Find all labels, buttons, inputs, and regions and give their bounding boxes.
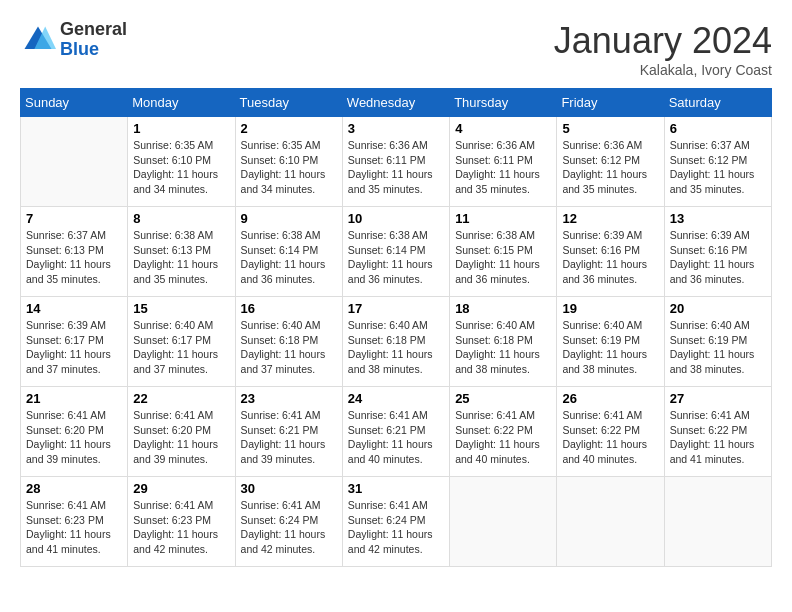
day-number: 1 [133, 121, 229, 136]
day-cell: 2Sunrise: 6:35 AM Sunset: 6:10 PM Daylig… [235, 117, 342, 207]
day-cell: 20Sunrise: 6:40 AM Sunset: 6:19 PM Dayli… [664, 297, 771, 387]
day-info: Sunrise: 6:36 AM Sunset: 6:12 PM Dayligh… [562, 138, 658, 197]
day-cell: 14Sunrise: 6:39 AM Sunset: 6:17 PM Dayli… [21, 297, 128, 387]
header-saturday: Saturday [664, 89, 771, 117]
day-cell: 17Sunrise: 6:40 AM Sunset: 6:18 PM Dayli… [342, 297, 449, 387]
day-info: Sunrise: 6:36 AM Sunset: 6:11 PM Dayligh… [455, 138, 551, 197]
day-number: 28 [26, 481, 122, 496]
day-number: 14 [26, 301, 122, 316]
day-number: 31 [348, 481, 444, 496]
day-info: Sunrise: 6:40 AM Sunset: 6:17 PM Dayligh… [133, 318, 229, 377]
month-title: January 2024 [554, 20, 772, 62]
day-number: 15 [133, 301, 229, 316]
day-number: 3 [348, 121, 444, 136]
day-cell: 19Sunrise: 6:40 AM Sunset: 6:19 PM Dayli… [557, 297, 664, 387]
day-number: 24 [348, 391, 444, 406]
day-number: 20 [670, 301, 766, 316]
day-cell: 25Sunrise: 6:41 AM Sunset: 6:22 PM Dayli… [450, 387, 557, 477]
day-cell [450, 477, 557, 567]
header-sunday: Sunday [21, 89, 128, 117]
day-cell: 22Sunrise: 6:41 AM Sunset: 6:20 PM Dayli… [128, 387, 235, 477]
day-info: Sunrise: 6:41 AM Sunset: 6:23 PM Dayligh… [133, 498, 229, 557]
calendar-header-row: SundayMondayTuesdayWednesdayThursdayFrid… [21, 89, 772, 117]
day-cell: 10Sunrise: 6:38 AM Sunset: 6:14 PM Dayli… [342, 207, 449, 297]
day-number: 2 [241, 121, 337, 136]
week-row-4: 21Sunrise: 6:41 AM Sunset: 6:20 PM Dayli… [21, 387, 772, 477]
day-number: 10 [348, 211, 444, 226]
day-number: 12 [562, 211, 658, 226]
location: Kalakala, Ivory Coast [554, 62, 772, 78]
day-info: Sunrise: 6:40 AM Sunset: 6:19 PM Dayligh… [562, 318, 658, 377]
day-cell: 12Sunrise: 6:39 AM Sunset: 6:16 PM Dayli… [557, 207, 664, 297]
day-cell: 27Sunrise: 6:41 AM Sunset: 6:22 PM Dayli… [664, 387, 771, 477]
week-row-5: 28Sunrise: 6:41 AM Sunset: 6:23 PM Dayli… [21, 477, 772, 567]
day-number: 23 [241, 391, 337, 406]
day-number: 21 [26, 391, 122, 406]
day-number: 19 [562, 301, 658, 316]
header-monday: Monday [128, 89, 235, 117]
day-cell: 7Sunrise: 6:37 AM Sunset: 6:13 PM Daylig… [21, 207, 128, 297]
day-number: 26 [562, 391, 658, 406]
day-info: Sunrise: 6:39 AM Sunset: 6:16 PM Dayligh… [670, 228, 766, 287]
day-info: Sunrise: 6:41 AM Sunset: 6:20 PM Dayligh… [26, 408, 122, 467]
day-info: Sunrise: 6:41 AM Sunset: 6:24 PM Dayligh… [241, 498, 337, 557]
day-info: Sunrise: 6:39 AM Sunset: 6:17 PM Dayligh… [26, 318, 122, 377]
day-info: Sunrise: 6:41 AM Sunset: 6:21 PM Dayligh… [241, 408, 337, 467]
page-header: General Blue January 2024 Kalakala, Ivor… [20, 20, 772, 78]
day-info: Sunrise: 6:38 AM Sunset: 6:15 PM Dayligh… [455, 228, 551, 287]
day-number: 17 [348, 301, 444, 316]
logo-blue-text: Blue [60, 40, 127, 60]
day-cell: 28Sunrise: 6:41 AM Sunset: 6:23 PM Dayli… [21, 477, 128, 567]
day-info: Sunrise: 6:40 AM Sunset: 6:19 PM Dayligh… [670, 318, 766, 377]
day-number: 9 [241, 211, 337, 226]
day-number: 7 [26, 211, 122, 226]
day-number: 13 [670, 211, 766, 226]
day-info: Sunrise: 6:37 AM Sunset: 6:13 PM Dayligh… [26, 228, 122, 287]
logo: General Blue [20, 20, 127, 60]
day-cell: 3Sunrise: 6:36 AM Sunset: 6:11 PM Daylig… [342, 117, 449, 207]
day-info: Sunrise: 6:41 AM Sunset: 6:20 PM Dayligh… [133, 408, 229, 467]
day-info: Sunrise: 6:41 AM Sunset: 6:22 PM Dayligh… [562, 408, 658, 467]
day-cell: 21Sunrise: 6:41 AM Sunset: 6:20 PM Dayli… [21, 387, 128, 477]
day-cell: 11Sunrise: 6:38 AM Sunset: 6:15 PM Dayli… [450, 207, 557, 297]
day-cell: 1Sunrise: 6:35 AM Sunset: 6:10 PM Daylig… [128, 117, 235, 207]
day-number: 18 [455, 301, 551, 316]
day-info: Sunrise: 6:38 AM Sunset: 6:14 PM Dayligh… [348, 228, 444, 287]
week-row-2: 7Sunrise: 6:37 AM Sunset: 6:13 PM Daylig… [21, 207, 772, 297]
day-cell: 8Sunrise: 6:38 AM Sunset: 6:13 PM Daylig… [128, 207, 235, 297]
logo-text: General Blue [60, 20, 127, 60]
day-number: 22 [133, 391, 229, 406]
day-info: Sunrise: 6:41 AM Sunset: 6:21 PM Dayligh… [348, 408, 444, 467]
header-thursday: Thursday [450, 89, 557, 117]
day-number: 29 [133, 481, 229, 496]
day-cell: 5Sunrise: 6:36 AM Sunset: 6:12 PM Daylig… [557, 117, 664, 207]
day-cell: 23Sunrise: 6:41 AM Sunset: 6:21 PM Dayli… [235, 387, 342, 477]
day-cell [21, 117, 128, 207]
day-info: Sunrise: 6:40 AM Sunset: 6:18 PM Dayligh… [348, 318, 444, 377]
day-cell: 13Sunrise: 6:39 AM Sunset: 6:16 PM Dayli… [664, 207, 771, 297]
day-info: Sunrise: 6:41 AM Sunset: 6:24 PM Dayligh… [348, 498, 444, 557]
day-cell: 18Sunrise: 6:40 AM Sunset: 6:18 PM Dayli… [450, 297, 557, 387]
day-cell: 4Sunrise: 6:36 AM Sunset: 6:11 PM Daylig… [450, 117, 557, 207]
day-cell: 24Sunrise: 6:41 AM Sunset: 6:21 PM Dayli… [342, 387, 449, 477]
day-info: Sunrise: 6:41 AM Sunset: 6:23 PM Dayligh… [26, 498, 122, 557]
title-block: January 2024 Kalakala, Ivory Coast [554, 20, 772, 78]
calendar-table: SundayMondayTuesdayWednesdayThursdayFrid… [20, 88, 772, 567]
week-row-1: 1Sunrise: 6:35 AM Sunset: 6:10 PM Daylig… [21, 117, 772, 207]
day-number: 5 [562, 121, 658, 136]
day-cell [664, 477, 771, 567]
logo-icon [20, 22, 56, 58]
day-info: Sunrise: 6:41 AM Sunset: 6:22 PM Dayligh… [455, 408, 551, 467]
day-info: Sunrise: 6:35 AM Sunset: 6:10 PM Dayligh… [241, 138, 337, 197]
day-cell: 9Sunrise: 6:38 AM Sunset: 6:14 PM Daylig… [235, 207, 342, 297]
day-cell: 6Sunrise: 6:37 AM Sunset: 6:12 PM Daylig… [664, 117, 771, 207]
day-info: Sunrise: 6:37 AM Sunset: 6:12 PM Dayligh… [670, 138, 766, 197]
day-info: Sunrise: 6:41 AM Sunset: 6:22 PM Dayligh… [670, 408, 766, 467]
day-number: 30 [241, 481, 337, 496]
week-row-3: 14Sunrise: 6:39 AM Sunset: 6:17 PM Dayli… [21, 297, 772, 387]
day-cell: 29Sunrise: 6:41 AM Sunset: 6:23 PM Dayli… [128, 477, 235, 567]
day-cell [557, 477, 664, 567]
day-info: Sunrise: 6:35 AM Sunset: 6:10 PM Dayligh… [133, 138, 229, 197]
day-number: 27 [670, 391, 766, 406]
day-cell: 31Sunrise: 6:41 AM Sunset: 6:24 PM Dayli… [342, 477, 449, 567]
